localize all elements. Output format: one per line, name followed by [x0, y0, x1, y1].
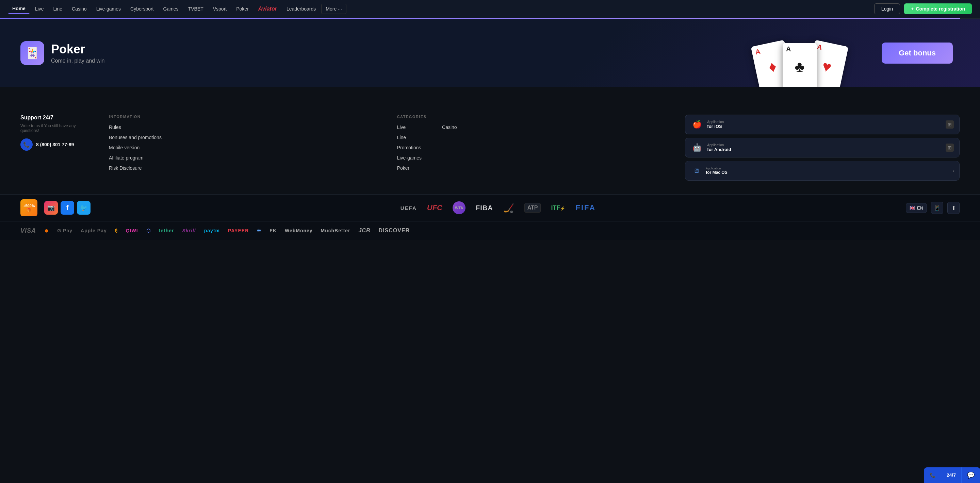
footer-support: Support 24/7 Write to us if You still ha…: [21, 114, 95, 181]
macos-arrow-icon: ›: [953, 168, 955, 173]
list-item: Live-games: [397, 155, 422, 161]
scroll-top-button[interactable]: ⬆: [947, 202, 959, 214]
list-item: Affiliate program: [109, 155, 383, 161]
list-item: Risk Disclosure: [109, 165, 383, 171]
payment-jcb: JCB: [359, 227, 371, 234]
payment-paytm: paytm: [204, 228, 220, 234]
nav-cybersport[interactable]: Cybersport: [126, 4, 158, 14]
twitter-icon[interactable]: 🐦: [77, 201, 91, 214]
information-heading: INFORMATION: [109, 114, 383, 119]
cat-live-link[interactable]: Live: [397, 124, 406, 130]
ios-qr-icon: ⊞: [946, 121, 954, 129]
nav-home[interactable]: Home: [8, 4, 30, 14]
payment-qiwi: QIWI: [126, 228, 138, 234]
categories-list-2: Casino: [442, 124, 457, 175]
rules-link[interactable]: Rules: [109, 124, 121, 130]
nav-leaderboards[interactable]: Leaderboards: [282, 4, 320, 14]
risk-link[interactable]: Risk Disclosure: [109, 165, 142, 171]
nav-tvbet[interactable]: TVBET: [184, 4, 208, 14]
macos-icon: 🖥: [690, 165, 702, 177]
ios-app-info: Application for iOS: [707, 120, 942, 129]
poker-title: Poker: [51, 42, 105, 56]
poker-text: Poker Come in, play and win: [51, 42, 105, 64]
nav-live[interactable]: Live: [31, 4, 48, 14]
navbar: Home Live Line Casino Live-games Cybersp…: [0, 0, 980, 18]
information-list: Rules Bonuses and promotions Mobile vers…: [109, 124, 383, 171]
payment-bitcoin: ₿: [115, 228, 118, 234]
payment-tether: tether: [159, 228, 174, 234]
list-item: Casino: [442, 124, 457, 130]
android-icon: 🤖: [691, 141, 703, 154]
ios-app-sublabel: for iOS: [707, 124, 942, 129]
login-button[interactable]: Login: [874, 3, 900, 14]
affiliate-link[interactable]: Affiliate program: [109, 155, 143, 160]
nav-vsport[interactable]: Vsport: [209, 4, 231, 14]
sponsor-wta: WTA: [453, 201, 466, 214]
lang-flag: 🇬🇧: [910, 205, 915, 211]
macos-app-button[interactable]: 🖥 Application for Mac OS ›: [685, 161, 959, 181]
payment-eth: ⬡: [146, 228, 151, 234]
nav-casino[interactable]: Casino: [68, 4, 91, 14]
register-button[interactable]: + Complete registration: [904, 3, 972, 14]
sponsor-uefa: UEFA: [401, 205, 417, 211]
cat-livegames-link[interactable]: Live-games: [397, 155, 422, 160]
list-item: Bonuses and promotions: [109, 134, 383, 140]
nav-right: Login + Complete registration: [874, 3, 972, 14]
android-app-info: Application for Android: [707, 143, 942, 152]
phone-icon: 📞: [21, 138, 33, 151]
bonuses-link[interactable]: Bonuses and promotions: [109, 135, 162, 140]
list-item: Promotions: [397, 145, 422, 151]
nav-line[interactable]: Line: [49, 4, 66, 14]
list-item: Mobile version: [109, 145, 383, 151]
sponsor-fifa: FIFA: [576, 203, 596, 212]
list-item: Live: [397, 124, 422, 130]
ios-app-button[interactable]: 🍎 Application for iOS ⊞: [685, 114, 959, 134]
payment-skrill: Skrill: [182, 228, 196, 234]
android-app-sublabel: for Android: [707, 147, 942, 152]
language-selector[interactable]: 🇬🇧 EN: [906, 203, 927, 213]
lang-code: EN: [917, 205, 923, 211]
instagram-icon[interactable]: 📷: [44, 201, 58, 214]
get-bonus-button[interactable]: Get bonus: [882, 43, 953, 64]
payment-snowflake: ✳: [257, 228, 261, 234]
payment-visa: VISA: [21, 227, 36, 234]
categories-lists: Live Line Promotions Live-games Poker Ca…: [397, 124, 672, 175]
categories-heading: CATEGORIES: [397, 114, 672, 119]
bonus-badge[interactable]: +500% 🎁: [21, 199, 37, 216]
android-app-label: Application: [707, 143, 942, 147]
sponsor-ufc: UFC: [427, 203, 442, 212]
payment-fk: FK: [269, 228, 277, 234]
bonus-percent: +500%: [23, 204, 35, 208]
sponsors-list: UEFA UFC WTA FIBA 🏒 ATP ITF⚡ FIFA: [97, 201, 899, 214]
poker-subtitle: Come in, play and win: [51, 58, 105, 64]
footer: Support 24/7 Write to us if You still ha…: [0, 101, 980, 194]
mobile-link[interactable]: Mobile version: [109, 145, 140, 150]
android-app-button[interactable]: 🤖 Application for Android ⊞: [685, 138, 959, 157]
sponsor-atp: ATP: [524, 203, 541, 213]
social-icons: 📷 f 🐦: [44, 201, 91, 214]
cat-casino-link[interactable]: Casino: [442, 124, 457, 130]
support-description: Write to us if You still have any questi…: [21, 124, 95, 133]
payment-payeer: PAYEER: [228, 228, 249, 234]
footer-grid: Support 24/7 Write to us if You still ha…: [21, 114, 959, 194]
macos-app-sublabel: for Mac OS: [706, 170, 950, 175]
macos-app-label: Application: [706, 167, 950, 170]
payment-bar: VISA ● G Pay Apple Pay ₿ QIWI ⬡ tether S…: [0, 221, 980, 240]
plus-icon: +: [911, 6, 914, 11]
footer-information: INFORMATION Rules Bonuses and promotions…: [109, 114, 383, 181]
footer-phone: 📞 8 (800) 301 77-89: [21, 138, 95, 151]
nav-games[interactable]: Games: [159, 4, 183, 14]
nav-more-button[interactable]: More ···: [321, 4, 346, 14]
poker-banner: 🃏 Poker Come in, play and win A ♦ A ♣ A …: [0, 19, 980, 87]
cat-promotions-link[interactable]: Promotions: [397, 145, 421, 150]
facebook-icon[interactable]: f: [60, 201, 74, 214]
payment-discover: DISCOVER: [379, 227, 410, 234]
poker-cards: A ♦ A ♣ A ♥: [756, 43, 844, 87]
cat-poker-link[interactable]: Poker: [397, 165, 410, 171]
mobile-view-button[interactable]: 📱: [931, 202, 943, 214]
categories-list-1: Live Line Promotions Live-games Poker: [397, 124, 422, 175]
cat-line-link[interactable]: Line: [397, 135, 406, 140]
nav-poker[interactable]: Poker: [232, 4, 253, 14]
nav-aviator[interactable]: Aviator: [254, 4, 281, 14]
nav-live-games[interactable]: Live-games: [92, 4, 125, 14]
